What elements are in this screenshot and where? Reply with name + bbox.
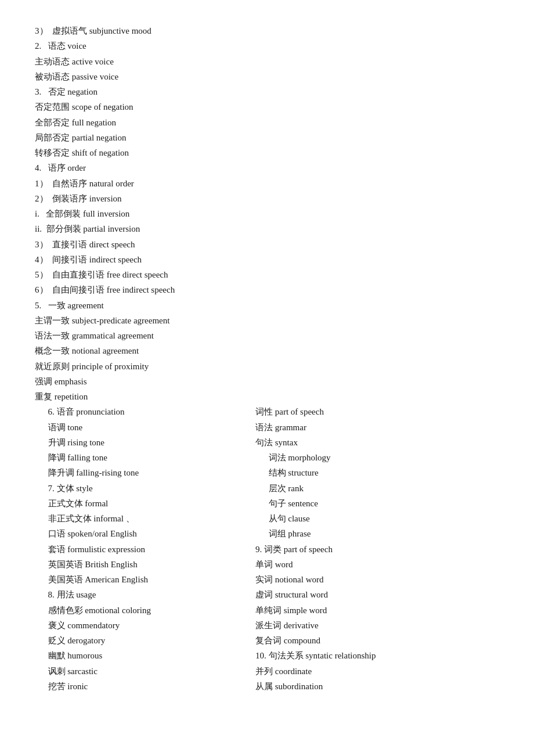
text-line: 全部否定 full negation [35, 115, 499, 130]
text-line: 3） 虚拟语气 subjunctive mood [35, 23, 499, 38]
left-column: 6. 语音 pronunciation 语调 tone 升调 rising to… [35, 404, 255, 694]
text-line: 4. 语序 order [35, 160, 499, 175]
right-column: 词性 part of speech语法 grammar句法 syntax 词法 … [255, 404, 499, 694]
text-line: 重复 repetition [35, 389, 499, 404]
text-line: 挖苦 ironic [35, 679, 255, 694]
text-line: 感情色彩 emotional coloring [35, 603, 255, 618]
text-line: 从句 clause [255, 511, 499, 526]
single-lines: 3） 虚拟语气 subjunctive mood2. 语态 voice主动语态 … [35, 23, 499, 404]
text-line: 褒义 commendatory [35, 618, 255, 633]
text-line: 语调 tone [35, 420, 255, 435]
text-line: 复合词 compound [255, 633, 499, 648]
text-line: 3） 直接引语 direct speech [35, 237, 499, 252]
text-line: 5） 自由直接引语 free direct speech [35, 267, 499, 282]
text-line: 口语 spoken/oral English [35, 526, 255, 541]
two-column-section: 6. 语音 pronunciation 语调 tone 升调 rising to… [35, 404, 499, 694]
text-line: 并列 coordinate [255, 664, 499, 679]
text-line: 结构 structure [255, 465, 499, 480]
main-content: 3） 虚拟语气 subjunctive mood2. 语态 voice主动语态 … [35, 23, 499, 694]
text-line: 正式文体 formal [35, 496, 255, 511]
text-line: 6） 自由间接引语 free indirect speech [35, 282, 499, 297]
text-line: 否定范围 scope of negation [35, 99, 499, 114]
text-line: 2. 语态 voice [35, 38, 499, 53]
text-line: 局部否定 partial negation [35, 130, 499, 145]
text-line: 贬义 derogatory [35, 633, 255, 648]
text-line: 词组 phrase [255, 526, 499, 541]
text-line: 套语 formulistic expression [35, 542, 255, 557]
text-line: ii. 部分倒装 partial inversion [35, 221, 499, 236]
text-line: 实词 notional word [255, 572, 499, 587]
text-line: 8. 用法 usage [35, 587, 255, 602]
text-line: 词法 morphology [255, 450, 499, 465]
text-line: 主谓一致 subject-predicate agreement [35, 313, 499, 328]
text-line: 句子 sentence [255, 496, 499, 511]
text-line: 2） 倒装语序 inversion [35, 191, 499, 206]
text-line: 转移否定 shift of negation [35, 145, 499, 160]
text-line: 主动语态 active voice [35, 54, 499, 69]
text-line: 3. 否定 negation [35, 84, 499, 99]
text-line: 幽默 humorous [35, 648, 255, 663]
text-line: 1） 自然语序 natural order [35, 176, 499, 191]
text-line: 从属 subordination [255, 679, 499, 694]
text-line: 讽刺 sarcastic [35, 664, 255, 679]
text-line: 派生词 derivative [255, 618, 499, 633]
text-line: 层次 rank [255, 481, 499, 496]
text-line: 降升调 falling-rising tone [35, 465, 255, 480]
text-line: 概念一致 notional agreement [35, 343, 499, 358]
text-line: i. 全部倒装 full inversion [35, 206, 499, 221]
text-line: 5. 一致 agreement [35, 298, 499, 313]
text-line: 7. 文体 style [35, 481, 255, 496]
text-line: 4） 间接引语 indirect speech [35, 252, 499, 267]
text-line: 词性 part of speech [255, 404, 499, 419]
text-line: 强调 emphasis [35, 374, 499, 389]
text-line: 单词 word [255, 557, 499, 572]
text-line: 升调 rising tone [35, 435, 255, 450]
text-line: 降调 falling tone [35, 450, 255, 465]
text-line: 英国英语 British English [35, 557, 255, 572]
text-line: 非正式文体 informal 、 [35, 511, 255, 526]
text-line: 语法一致 grammatical agreement [35, 328, 499, 343]
text-line: 6. 语音 pronunciation [35, 404, 255, 419]
text-line: 就近原则 principle of proximity [35, 359, 499, 374]
text-line: 被动语态 passive voice [35, 69, 499, 84]
text-line: 单纯词 simple word [255, 603, 499, 618]
text-line: 虚词 structural word [255, 587, 499, 602]
text-line: 9. 词类 part of speech [255, 542, 499, 557]
text-line: 语法 grammar [255, 420, 499, 435]
text-line: 10. 句法关系 syntatic relationship [255, 648, 499, 663]
text-line: 美国英语 American English [35, 572, 255, 587]
text-line: 句法 syntax [255, 435, 499, 450]
